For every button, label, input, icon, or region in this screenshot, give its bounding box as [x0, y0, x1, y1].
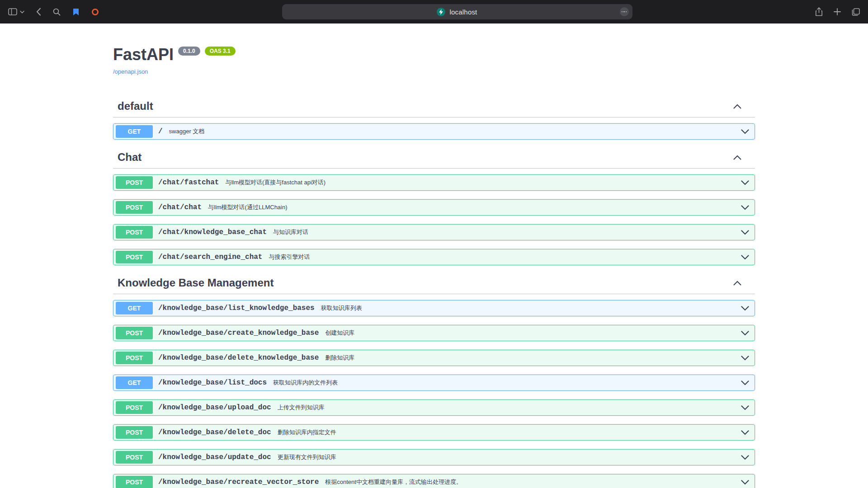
expand-operation-icon[interactable] — [741, 306, 749, 311]
operations: GET / swagger 文档 — [113, 123, 755, 140]
expand-operation-icon[interactable] — [741, 230, 749, 235]
method-badge: POST — [116, 476, 153, 488]
operation-row[interactable]: POST /knowledge_base/delete_doc 删除知识库内指定… — [113, 424, 755, 441]
method-badge: POST — [116, 226, 153, 239]
back-icon[interactable] — [36, 8, 41, 16]
chrome-left-controls — [8, 8, 99, 16]
operation-row[interactable]: GET /knowledge_base/list_docs 获取知识库内的文件列… — [113, 375, 755, 391]
method-badge: GET — [116, 376, 153, 389]
operation-row[interactable]: POST /chat/fastchat 与llm模型对话(直接与fastchat… — [113, 174, 755, 191]
chrome-right-controls — [815, 7, 860, 16]
sections: default GET / swagger 文档 Chat — [113, 97, 755, 488]
collapse-section-icon[interactable] — [733, 104, 741, 109]
oas-badge: OAS 3.1 — [205, 47, 236, 56]
url-text: localhost — [449, 8, 477, 16]
operation-description: 上传文件到知识库 — [278, 404, 741, 412]
expand-operation-icon[interactable] — [741, 405, 749, 410]
operation-path: /chat/search_engine_chat — [158, 253, 262, 261]
operation-description: 与llm模型对话(通过LLMChain) — [208, 203, 741, 211]
api-title-text: FastAPI — [113, 45, 174, 64]
operation-description: 删除知识库 — [325, 354, 741, 362]
swagger-page: FastAPI 0.1.0 OAS 3.1 /openapi.json defa… — [0, 23, 868, 488]
operation-path: / — [158, 127, 163, 136]
page-settings-icon[interactable] — [620, 7, 629, 16]
operation-row[interactable]: POST /knowledge_base/update_doc 更新现有文件到知… — [113, 449, 755, 465]
method-badge: POST — [116, 451, 153, 464]
share-icon[interactable] — [815, 7, 823, 16]
expand-operation-icon[interactable] — [741, 331, 749, 336]
operation-path: /knowledge_base/upload_doc — [158, 404, 271, 412]
operation-description: 与llm模型对话(直接与fastchat api对话) — [225, 178, 741, 187]
operation-path: /knowledge_base/create_knowledge_base — [158, 329, 319, 337]
operation-path: /knowledge_base/list_docs — [158, 379, 267, 387]
expand-operation-icon[interactable] — [741, 380, 749, 385]
expand-operation-icon[interactable] — [741, 129, 749, 134]
method-badge: POST — [116, 327, 153, 339]
sidebar-chevron-down-icon[interactable] — [20, 10, 24, 14]
operation-description: swagger 文档 — [169, 127, 741, 136]
expand-operation-icon[interactable] — [741, 455, 749, 460]
browser-chrome: localhost — [0, 0, 868, 23]
operation-description: 更新现有文件到知识库 — [278, 453, 741, 461]
expand-operation-icon[interactable] — [741, 430, 749, 435]
operation-row[interactable]: GET /knowledge_base/list_knowledge_bases… — [113, 300, 755, 316]
operation-path: /knowledge_base/list_knowledge_bases — [158, 304, 315, 312]
operation-row[interactable]: POST /chat/search_engine_chat 与搜索引擎对话 — [113, 249, 755, 265]
operation-description: 与搜索引擎对话 — [269, 253, 741, 261]
operation-description: 删除知识库内指定文件 — [278, 428, 741, 436]
section-title: default — [118, 100, 153, 113]
expand-operation-icon[interactable] — [741, 205, 749, 210]
operation-row[interactable]: POST /knowledge_base/create_knowledge_ba… — [113, 325, 755, 341]
operation-path: /knowledge_base/update_doc — [158, 453, 271, 461]
section-header[interactable]: Chat — [113, 148, 755, 169]
operation-description: 根据content中文档重建向量库，流式输出处理进度。 — [325, 478, 741, 486]
operation-row[interactable]: GET / swagger 文档 — [113, 123, 755, 140]
fastapi-favicon-icon — [437, 8, 445, 16]
page-title: FastAPI 0.1.0 OAS 3.1 — [113, 45, 755, 64]
section-title: Knowledge Base Management — [118, 277, 274, 289]
orange-extension-icon[interactable] — [91, 8, 99, 16]
operation-path: /chat/knowledge_base_chat — [158, 228, 267, 236]
sidebar-toggle-icon[interactable] — [8, 8, 17, 15]
operation-description: 获取知识库内的文件列表 — [273, 379, 741, 387]
method-badge: POST — [116, 426, 153, 439]
operation-path: /knowledge_base/recreate_vector_store — [158, 478, 319, 486]
operation-path: /knowledge_base/delete_doc — [158, 428, 271, 436]
operation-row[interactable]: POST /knowledge_base/delete_knowledge_ba… — [113, 350, 755, 366]
expand-operation-icon[interactable] — [741, 480, 749, 485]
address-zone: localhost — [99, 4, 815, 19]
blue-extension-icon[interactable] — [72, 8, 80, 16]
operation-row[interactable]: POST /knowledge_base/upload_doc 上传文件到知识库 — [113, 399, 755, 416]
operation-row[interactable]: POST /chat/chat 与llm模型对话(通过LLMChain) — [113, 199, 755, 216]
operation-row[interactable]: POST /knowledge_base/recreate_vector_sto… — [113, 474, 755, 488]
openapi-spec-link[interactable]: /openapi.json — [113, 68, 148, 75]
search-icon[interactable] — [53, 8, 61, 16]
method-badge: POST — [116, 401, 153, 414]
api-info: FastAPI 0.1.0 OAS 3.1 /openapi.json — [113, 45, 755, 75]
operations: POST /chat/fastchat 与llm模型对话(直接与fastchat… — [113, 174, 755, 265]
section-title: Chat — [118, 151, 142, 164]
method-badge: GET — [116, 125, 153, 138]
expand-operation-icon[interactable] — [741, 255, 749, 260]
api-section: default GET / swagger 文档 — [113, 97, 755, 140]
expand-operation-icon[interactable] — [741, 180, 749, 185]
operation-description: 创建知识库 — [325, 329, 741, 337]
section-header[interactable]: default — [113, 97, 755, 117]
collapse-section-icon[interactable] — [733, 155, 741, 160]
api-section: Chat POST /chat/fastchat 与llm模型对话(直接与fas… — [113, 148, 755, 265]
method-badge: POST — [116, 201, 153, 214]
operation-path: /knowledge_base/delete_knowledge_base — [158, 354, 319, 362]
collapse-section-icon[interactable] — [733, 281, 741, 286]
address-bar[interactable]: localhost — [282, 4, 632, 19]
operation-path: /chat/chat — [158, 203, 202, 211]
method-badge: POST — [116, 352, 153, 364]
operation-description: 获取知识库列表 — [321, 304, 741, 312]
version-badge: 0.1.0 — [178, 47, 200, 56]
new-tab-icon[interactable] — [834, 8, 841, 15]
tab-overview-icon[interactable] — [852, 8, 860, 16]
section-header[interactable]: Knowledge Base Management — [113, 274, 755, 294]
operation-row[interactable]: POST /chat/knowledge_base_chat 与知识库对话 — [113, 224, 755, 240]
method-badge: POST — [116, 176, 153, 189]
expand-operation-icon[interactable] — [741, 356, 749, 361]
method-badge: POST — [116, 251, 153, 263]
